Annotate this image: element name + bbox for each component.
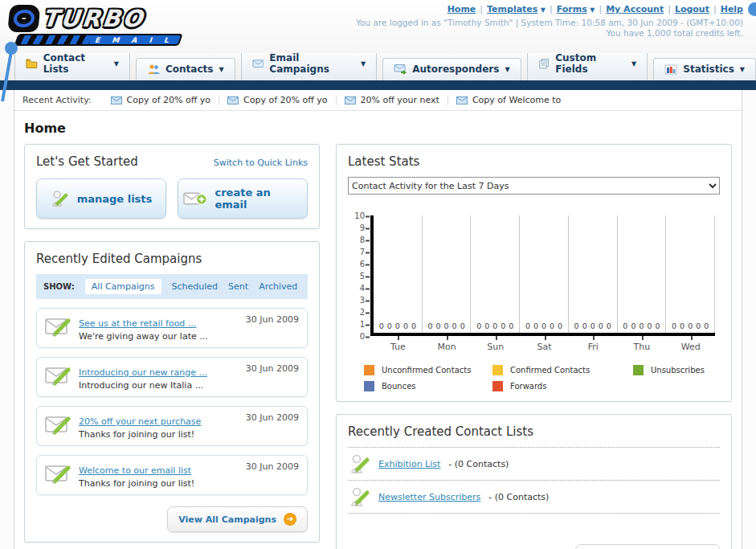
manage-lists-button[interactable]: manage lists [36, 178, 166, 219]
y-tick-label: 5 [360, 272, 365, 281]
campaign-date: 30 Jun 2009 [246, 412, 299, 440]
top-link-templates[interactable]: Templates [487, 4, 537, 14]
tab-autoresponders[interactable]: Autoresponders ▼ [382, 58, 521, 80]
legend-swatch-unsubscribes [633, 365, 644, 375]
data-value-label: 0 [696, 322, 701, 330]
content: Recent Activity: Copy of 20% off yo Copy… [14, 90, 742, 549]
separator: | [599, 4, 602, 14]
campaign-date: 30 Jun 2009 [246, 314, 299, 342]
contact-list-detail: - (0 Contacts) [448, 459, 509, 469]
statistics-icon [664, 64, 677, 75]
legend-swatch-bounces [364, 381, 374, 391]
recent-activity-item[interactable]: 20% off your next [337, 95, 448, 105]
tab-label: Autoresponders [412, 64, 499, 75]
y-tick-label: 0 [360, 332, 365, 341]
y-tick-label: 9 [360, 223, 365, 232]
separator: | [668, 4, 671, 14]
recent-activity-bar: Recent Activity: Copy of 20% off yo Copy… [14, 90, 742, 111]
x-tick-label: Thu [618, 336, 667, 352]
top-link-forms[interactable]: Forms [557, 4, 587, 14]
chart-y-axis: 109876543210 [348, 215, 370, 336]
separator: | [713, 4, 717, 14]
legend-label: Forwards [510, 382, 546, 391]
filter-sent[interactable]: Sent [228, 281, 248, 292]
activity-item-label: Copy of 20% off yo [243, 95, 328, 105]
campaign-subtitle: Thanks for joining our list! [79, 478, 238, 489]
chart-day-group: 00000 [618, 215, 667, 333]
data-value-label: 0 [623, 322, 627, 330]
campaign-title-link[interactable]: Introducing our new range ... [79, 367, 207, 378]
data-value-label: 0 [680, 322, 684, 330]
stats-period-select[interactable]: Contact Activity for the Last 7 Days [348, 177, 720, 195]
activity-item-label: Copy of Welcome to [472, 95, 561, 105]
create-email-button[interactable]: create an email [178, 178, 308, 219]
filter-all-campaigns[interactable]: All Campaigns [85, 279, 161, 294]
contact-list-link[interactable]: Exhibition List [378, 459, 440, 469]
campaign-row: See us at the retail food ... We're givi… [36, 308, 308, 348]
campaign-title-link[interactable]: Welcome to our email list [79, 465, 191, 476]
data-value-label: 0 [411, 322, 416, 330]
y-tick-label: 2 [360, 308, 365, 317]
recent-activity-item[interactable]: Copy of 20% off yo [103, 95, 220, 105]
chevron-down-icon: ▼ [590, 6, 595, 14]
arrow-right-icon: ➜ [284, 513, 296, 526]
x-tick-label: Sat [520, 336, 569, 352]
tab-contacts[interactable]: Contacts ▼ [136, 58, 235, 80]
y-tick-label: 4 [360, 284, 365, 293]
y-tick-label: 1 [360, 320, 365, 329]
filter-archived[interactable]: Archived [259, 281, 297, 292]
envelope-plus-icon [183, 190, 207, 207]
person-pencil-icon [349, 486, 370, 507]
top-link-my-account[interactable]: My Account [606, 4, 664, 14]
chevron-down-icon: ▼ [219, 66, 223, 73]
tab-statistics[interactable]: Statistics ▼ [653, 58, 756, 80]
logo-bar: E M A I L [14, 34, 182, 46]
switch-quick-links[interactable]: Switch to Quick Links [214, 158, 308, 168]
view-all-campaigns-button[interactable]: View All Campaigns ➜ [167, 506, 308, 532]
navy-divider-bar [0, 80, 756, 90]
data-value-label: 0 [582, 322, 587, 330]
campaign-title-link[interactable]: See us at the retail food ... [79, 318, 196, 329]
folder-icon [26, 58, 38, 69]
chevron-down-icon: ▼ [541, 6, 546, 14]
filter-scheduled[interactable]: Scheduled [172, 281, 219, 292]
activity-item-label: 20% off your next [361, 95, 439, 105]
data-value-label: 0 [395, 322, 400, 330]
data-value-label: 0 [704, 322, 709, 330]
legend-swatch-unconfirmed [364, 365, 374, 375]
legend-item: Unsubscribes [633, 365, 715, 375]
chart-day-group: 00000 [520, 215, 569, 333]
recent-activity-item[interactable]: Copy of Welcome to [448, 95, 569, 105]
chart-day-group: 00000 [569, 215, 618, 333]
top-link-logout[interactable]: Logout [675, 4, 709, 14]
contact-activity-chart: 109876543210 000000000000000000000000000… [348, 215, 720, 391]
manage-lists-label: manage lists [77, 193, 153, 205]
see-all-contact-lists-button[interactable]: See All Contact Lists ➜ [575, 544, 720, 549]
y-tick-label: 6 [360, 260, 365, 268]
custom-fields-icon [538, 58, 550, 69]
data-value-label: 0 [688, 322, 693, 330]
top-link-help[interactable]: Help [721, 4, 743, 14]
campaigns-card: Recently Edited Campaigns SHOW: All Camp… [24, 241, 320, 543]
envelope-pencil-icon [45, 316, 71, 337]
campaign-title-link[interactable]: 20% off your next purchase [79, 416, 201, 427]
recent-activity-label: Recent Activity: [22, 95, 92, 105]
page-title: Home [24, 121, 732, 136]
envelope-icon [252, 58, 264, 69]
envelope-pencil-icon [45, 463, 71, 484]
person-pencil-icon [349, 453, 370, 474]
legend-item: Confirmed Contacts [492, 365, 625, 375]
top-link-home[interactable]: Home [447, 4, 476, 14]
legend-label: Unsubscribes [651, 366, 705, 375]
legend-item: Unconfirmed Contacts [364, 365, 484, 375]
recent-activity-item[interactable]: Copy of 20% off yo [219, 95, 337, 105]
page: TURBO E M A I L Home|Templates ▼|Forms ▼… [0, 0, 756, 549]
data-value-label: 0 [541, 322, 546, 330]
contact-list-link[interactable]: Newsletter Subscribers [378, 492, 480, 502]
data-value-label: 0 [452, 322, 457, 330]
legend-item: Bounces [364, 381, 484, 391]
campaign-date: 30 Jun 2009 [246, 363, 299, 391]
separator: | [550, 4, 553, 14]
chart-day-group: 00000 [666, 215, 715, 333]
create-email-label: create an email [215, 186, 302, 211]
